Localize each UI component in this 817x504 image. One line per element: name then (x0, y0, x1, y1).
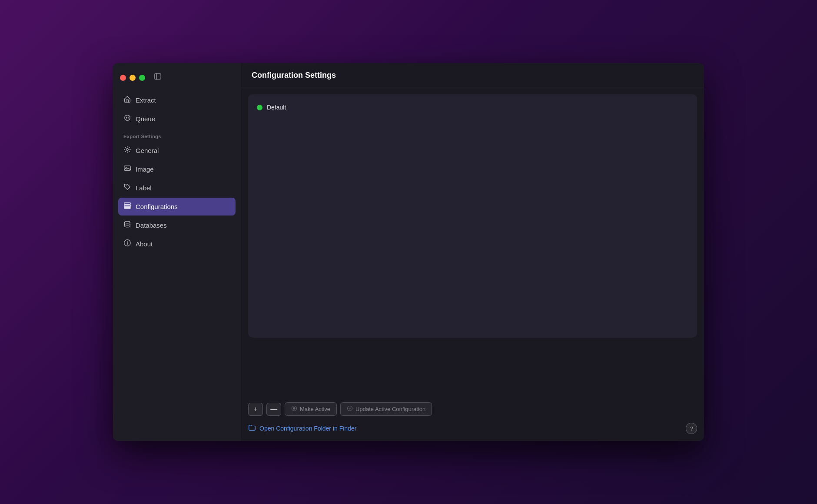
update-active-button[interactable]: Update Active Configuration (340, 402, 432, 416)
sidebar-item-label-label: Label (136, 184, 152, 192)
sidebar-item-image[interactable]: Image (118, 160, 236, 178)
bottom-footer: Open Configuration Folder in Finder ? (241, 419, 704, 441)
plus-icon: + (253, 405, 257, 413)
help-button[interactable]: ? (686, 423, 697, 434)
gear-icon (123, 146, 131, 156)
sidebar-item-label-general: General (136, 147, 159, 154)
open-folder-label: Open Configuration Folder in Finder (259, 425, 356, 432)
bottom-toolbar: + — Make Active (241, 397, 704, 419)
svg-point-6 (126, 185, 126, 186)
image-icon (123, 164, 131, 174)
svg-rect-0 (155, 74, 161, 80)
remove-config-button[interactable]: — (266, 403, 281, 416)
sidebar-item-extract[interactable]: Extract (118, 91, 236, 109)
sidebar-item-label-configurations: Configurations (136, 203, 178, 210)
folder-icon (248, 424, 256, 433)
update-active-label: Update Active Configuration (355, 406, 425, 412)
sidebar-item-databases[interactable]: Databases (118, 216, 236, 234)
svg-rect-7 (124, 203, 130, 205)
page-title: Configuration Settings (252, 71, 694, 80)
make-active-icon (291, 405, 297, 413)
tag-icon (123, 183, 131, 193)
main-content: Configuration Settings Default + — (241, 63, 704, 441)
sidebar-item-label[interactable]: Label (118, 179, 236, 197)
close-button[interactable] (120, 75, 126, 81)
database-icon (123, 220, 131, 230)
sidebar-item-configurations[interactable]: Configurations (118, 198, 236, 216)
svg-rect-9 (124, 208, 130, 209)
configurations-icon (123, 202, 131, 212)
queue-icon (123, 114, 131, 124)
export-settings-label: Export Settings (118, 129, 236, 141)
content-area: Default (241, 87, 704, 397)
active-indicator (257, 105, 262, 110)
make-active-button[interactable]: Make Active (285, 402, 337, 416)
window-inner: Extract Queue Export Settings (113, 63, 704, 441)
config-item-default[interactable]: Default (255, 101, 690, 113)
open-folder-link[interactable]: Open Configuration Folder in Finder (248, 424, 356, 433)
sidebar-item-general[interactable]: General (118, 142, 236, 159)
sidebar-item-label-databases: Databases (136, 222, 167, 229)
sidebar-item-about[interactable]: About (118, 235, 236, 253)
info-icon (123, 239, 131, 249)
svg-point-3 (126, 149, 129, 151)
sidebar: Extract Queue Export Settings (113, 63, 241, 441)
update-active-icon (347, 405, 353, 413)
main-header: Configuration Settings (241, 63, 704, 87)
sidebar-toggle-icon[interactable] (154, 73, 162, 83)
svg-rect-8 (124, 205, 130, 207)
config-name: Default (267, 104, 286, 111)
svg-point-10 (125, 221, 130, 223)
svg-point-13 (127, 241, 128, 242)
svg-point-15 (293, 408, 295, 409)
minimize-button[interactable] (130, 75, 136, 81)
make-active-label: Make Active (300, 406, 330, 412)
fullscreen-button[interactable] (139, 75, 145, 81)
sidebar-item-queue[interactable]: Queue (118, 110, 236, 128)
house-icon (123, 95, 131, 105)
traffic-lights (118, 70, 236, 90)
sidebar-item-label-extract: Extract (136, 96, 156, 104)
svg-rect-4 (124, 166, 130, 171)
sidebar-item-label-image: Image (136, 166, 154, 173)
app-window: Extract Queue Export Settings (113, 63, 704, 441)
config-list: Default (248, 94, 697, 338)
add-config-button[interactable]: + (248, 403, 263, 416)
help-icon: ? (690, 425, 693, 432)
svg-point-2 (125, 115, 130, 121)
minus-icon: — (270, 405, 277, 413)
sidebar-item-label-about: About (136, 240, 153, 248)
sidebar-item-label-queue: Queue (136, 115, 155, 123)
